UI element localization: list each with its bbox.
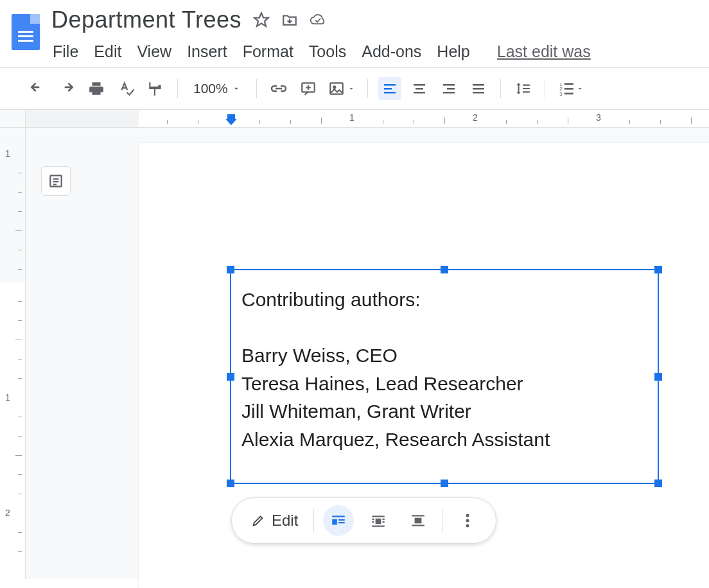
title-area: Department Trees File Edit View Insert F…	[51, 6, 709, 67]
menu-format[interactable]: Format	[243, 42, 293, 61]
svg-rect-35	[383, 521, 385, 523]
menu-file[interactable]: File	[53, 42, 78, 61]
svg-marker-0	[254, 13, 268, 26]
separator	[256, 79, 257, 98]
resize-handle[interactable]	[441, 266, 448, 273]
svg-rect-4	[384, 84, 396, 86]
resize-handle[interactable]	[654, 266, 662, 273]
more-options-button[interactable]	[452, 505, 483, 536]
menu-tools[interactable]: Tools	[309, 42, 346, 61]
selected-drawing[interactable]: Contributing authors: Barry Weiss, CEO T…	[230, 269, 659, 484]
align-justify-button[interactable]	[467, 77, 490, 100]
zoom-select[interactable]: 100%	[188, 81, 246, 96]
resize-handle[interactable]	[227, 373, 234, 381]
logo-wrap	[0, 6, 51, 50]
app-header: Department Trees File Edit View Insert F…	[0, 0, 709, 68]
cloud-saved-icon[interactable]	[310, 12, 326, 28]
drawing-heading: Contributing authors:	[241, 286, 647, 314]
redo-button[interactable]	[55, 77, 78, 100]
menu-help[interactable]: Help	[437, 42, 469, 61]
resize-handle[interactable]	[227, 266, 234, 273]
edit-drawing-button[interactable]: Edit	[245, 508, 304, 533]
separator	[367, 79, 368, 98]
resize-handle[interactable]	[654, 480, 662, 487]
vruler-number: 2	[5, 508, 10, 518]
edit-label: Edit	[272, 512, 298, 530]
menu-insert[interactable]: Insert	[187, 42, 227, 61]
add-comment-button[interactable]	[297, 77, 320, 100]
menu-bar: File Edit View Insert Format Tools Add-o…	[51, 33, 709, 67]
chevron-down-icon	[576, 85, 584, 92]
align-left-button[interactable]	[378, 77, 401, 100]
drawing-line: Alexia Marquez, Research Assistant	[241, 426, 647, 454]
svg-rect-27	[333, 519, 338, 525]
drawing-line: Barry Weiss, CEO	[241, 342, 647, 370]
menu-addons[interactable]: Add-ons	[362, 42, 421, 61]
document-title[interactable]: Department Trees	[51, 6, 241, 33]
svg-rect-36	[372, 526, 385, 527]
menu-edit[interactable]: Edit	[94, 42, 121, 61]
ruler-number: 2	[473, 112, 478, 123]
vertical-ruler[interactable]: 1 1 2	[0, 128, 26, 579]
svg-point-40	[466, 514, 469, 517]
separator	[500, 79, 501, 98]
insert-link-button[interactable]	[267, 77, 290, 100]
svg-rect-9	[414, 92, 425, 94]
svg-rect-33	[383, 519, 385, 520]
last-edit-link[interactable]: Last edit was	[497, 42, 591, 61]
svg-rect-20	[564, 88, 573, 90]
svg-rect-8	[416, 88, 423, 90]
svg-rect-10	[443, 84, 455, 86]
resize-handle[interactable]	[227, 480, 234, 487]
workspace: 1 1 2	[0, 128, 709, 579]
docs-logo-icon[interactable]	[12, 14, 40, 50]
star-icon[interactable]	[253, 12, 270, 28]
drawing-line: Teresa Haines, Lead Researcher	[241, 370, 647, 398]
wrap-text-button[interactable]	[363, 505, 394, 536]
svg-rect-29	[338, 522, 345, 523]
line-spacing-button[interactable]	[511, 77, 534, 100]
svg-rect-13	[473, 84, 484, 86]
svg-rect-38	[415, 518, 422, 524]
separator	[313, 509, 314, 532]
chevron-down-icon	[347, 85, 355, 92]
horizontal-ruler[interactable]: 1 2 3	[0, 110, 709, 128]
toolbar: 100% 123	[0, 68, 709, 110]
svg-rect-21	[564, 93, 573, 95]
svg-rect-32	[372, 519, 374, 520]
resize-handle[interactable]	[654, 373, 662, 381]
chevron-down-icon	[232, 84, 241, 93]
svg-rect-5	[384, 88, 392, 90]
svg-rect-26	[333, 515, 346, 517]
svg-rect-28	[338, 519, 345, 521]
ruler-number: 3	[596, 112, 601, 123]
align-center-button[interactable]	[408, 77, 431, 100]
canvas[interactable]: Contributing authors: Barry Weiss, CEO T…	[26, 128, 709, 579]
svg-point-41	[466, 519, 469, 523]
ruler-number: 1	[349, 112, 354, 123]
print-button[interactable]	[85, 77, 108, 100]
move-icon[interactable]	[281, 12, 298, 28]
zoom-value: 100%	[193, 81, 228, 96]
svg-rect-34	[372, 521, 374, 523]
spellcheck-button[interactable]	[114, 77, 137, 100]
paint-format-button[interactable]	[144, 77, 167, 100]
wrap-inline-button[interactable]	[323, 505, 354, 536]
break-text-button[interactable]	[403, 505, 433, 536]
undo-button[interactable]	[26, 77, 49, 100]
menu-view[interactable]: View	[137, 42, 171, 61]
svg-rect-31	[376, 519, 381, 524]
drawing-line: Jill Whiteman, Grant Writer	[241, 397, 647, 426]
separator	[177, 79, 178, 98]
more-vertical-icon	[465, 512, 470, 529]
insert-image-button[interactable]	[326, 77, 357, 100]
document-outline-button[interactable]	[41, 166, 71, 196]
resize-handle[interactable]	[441, 480, 448, 487]
svg-rect-30	[372, 515, 385, 517]
svg-text:3: 3	[559, 91, 562, 97]
align-right-button[interactable]	[437, 77, 460, 100]
page[interactable]: Contributing authors: Barry Weiss, CEO T…	[139, 143, 709, 588]
numbered-list-button[interactable]: 123	[556, 77, 586, 100]
svg-point-42	[466, 524, 469, 528]
separator	[442, 509, 443, 532]
